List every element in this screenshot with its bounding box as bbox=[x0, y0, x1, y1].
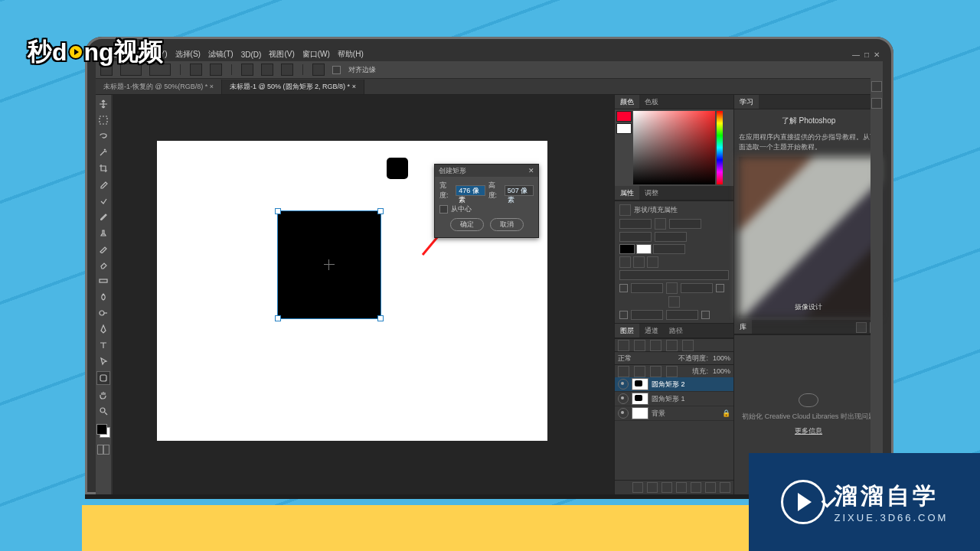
eraser-tool-icon[interactable] bbox=[97, 259, 109, 271]
marquee-tool-icon[interactable] bbox=[97, 114, 109, 126]
lock-icon[interactable] bbox=[650, 366, 662, 377]
lock-icon[interactable] bbox=[634, 366, 645, 377]
lock-icon[interactable] bbox=[666, 366, 678, 377]
width-field[interactable] bbox=[619, 219, 652, 229]
layer-row[interactable]: 圆角矩形 2 bbox=[615, 377, 733, 392]
visibility-toggle-icon[interactable] bbox=[618, 379, 629, 390]
canvas[interactable]: 创建矩形 ✕ 宽度: 476 像素 高度: 507 像素 从中心 bbox=[157, 141, 547, 441]
menu-item[interactable]: 帮助(H) bbox=[338, 49, 364, 60]
close-icon[interactable]: ✕ bbox=[874, 51, 880, 59]
tab-libraries[interactable]: 库 bbox=[734, 320, 752, 334]
group-icon[interactable] bbox=[691, 482, 701, 493]
fx-icon[interactable] bbox=[647, 482, 658, 493]
adjustment-icon[interactable] bbox=[676, 482, 687, 493]
layer-row[interactable]: 圆角矩形 1 bbox=[615, 392, 733, 406]
color-picker[interactable] bbox=[615, 109, 733, 186]
path-combine-icon[interactable] bbox=[241, 64, 253, 76]
close-icon[interactable]: ✕ bbox=[528, 167, 534, 174]
opt-icon[interactable] bbox=[190, 64, 202, 76]
tab-paths[interactable]: 路径 bbox=[664, 324, 688, 337]
hand-tool-icon[interactable] bbox=[97, 389, 109, 401]
brush-tool-icon[interactable] bbox=[97, 210, 109, 223]
document-tab[interactable]: 未标题-1 @ 50% (圆角矩形 2, RGB/8) * × bbox=[222, 80, 364, 94]
cc-more-info-link[interactable]: 更多信息 bbox=[795, 426, 822, 436]
move-tool-icon[interactable] bbox=[97, 98, 109, 110]
layer-thumbnail[interactable] bbox=[632, 407, 648, 419]
tab-color[interactable]: 颜色 bbox=[615, 95, 639, 109]
ok-button[interactable]: 确定 bbox=[450, 218, 484, 231]
panel-collapse-icon[interactable] bbox=[871, 98, 882, 109]
canvas-area[interactable]: 创建矩形 ✕ 宽度: 476 像素 高度: 507 像素 从中心 bbox=[113, 95, 615, 494]
layer-thumbnail[interactable] bbox=[632, 393, 648, 405]
height-field[interactable] bbox=[669, 219, 701, 229]
visibility-toggle-icon[interactable] bbox=[618, 393, 629, 404]
radius-link-checkbox[interactable] bbox=[701, 311, 710, 319]
minimize-icon[interactable]: — bbox=[852, 51, 860, 59]
align-edges-checkbox[interactable] bbox=[332, 66, 341, 74]
stroke-width[interactable] bbox=[653, 244, 685, 254]
radius-link-checkbox[interactable] bbox=[619, 311, 628, 319]
radius-tr[interactable] bbox=[681, 283, 713, 293]
layer-thumbnail[interactable] bbox=[632, 378, 648, 390]
shape-tool-icon[interactable] bbox=[96, 371, 110, 385]
transform-handle[interactable] bbox=[377, 208, 384, 214]
mask-icon[interactable] bbox=[662, 482, 672, 493]
radius-link-checkbox[interactable] bbox=[619, 284, 628, 292]
link-icon[interactable] bbox=[666, 282, 678, 294]
rounded-rect-shape-2[interactable] bbox=[278, 211, 381, 318]
filter-icon[interactable] bbox=[634, 340, 645, 351]
wand-tool-icon[interactable] bbox=[97, 146, 109, 158]
y-field[interactable] bbox=[655, 232, 687, 242]
tab-swatches[interactable]: 色板 bbox=[639, 95, 664, 109]
tab-adjustments[interactable]: 调整 bbox=[639, 186, 664, 200]
blend-mode-dropdown[interactable]: 正常 bbox=[618, 354, 632, 364]
foreground-swatch[interactable] bbox=[616, 111, 632, 122]
fg-bg-color-picker[interactable] bbox=[96, 424, 110, 438]
transform-handle[interactable] bbox=[377, 315, 384, 321]
fill-value[interactable]: 100% bbox=[713, 367, 730, 375]
layer-row[interactable]: 背景 🔒 bbox=[615, 406, 733, 421]
tab-layers[interactable]: 图层 bbox=[615, 324, 639, 337]
close-tab-icon[interactable]: × bbox=[352, 83, 356, 90]
hue-slider[interactable] bbox=[717, 111, 723, 184]
heal-tool-icon[interactable] bbox=[97, 194, 109, 207]
radius-br[interactable] bbox=[666, 310, 698, 320]
menu-item[interactable]: 选择(S) bbox=[175, 49, 201, 60]
link-icon[interactable] bbox=[655, 218, 666, 230]
color-field[interactable] bbox=[633, 111, 715, 184]
opacity-value[interactable]: 100% bbox=[713, 354, 730, 362]
visibility-toggle-icon[interactable] bbox=[618, 408, 629, 419]
maximize-icon[interactable]: □ bbox=[864, 51, 869, 59]
menu-item[interactable]: 窗口(W) bbox=[302, 49, 330, 60]
from-center-checkbox[interactable] bbox=[439, 205, 448, 214]
pen-tool-icon[interactable] bbox=[97, 323, 109, 335]
filter-type-icon[interactable] bbox=[618, 340, 629, 351]
lock-icon[interactable] bbox=[618, 366, 629, 377]
layer-name[interactable]: 背景 bbox=[652, 409, 665, 419]
zoom-tool-icon[interactable] bbox=[97, 405, 109, 417]
learn-tutorial-thumb[interactable]: 摄像设计 bbox=[739, 157, 878, 317]
height-input[interactable]: 507 像素 bbox=[505, 185, 534, 196]
trash-icon[interactable] bbox=[720, 482, 730, 493]
gradient-tool-icon[interactable] bbox=[97, 275, 109, 287]
filter-icon[interactable] bbox=[682, 340, 694, 351]
width-input[interactable]: 476 像素 bbox=[456, 185, 485, 196]
type-tool-icon[interactable] bbox=[97, 339, 109, 351]
radius-bl[interactable] bbox=[631, 310, 663, 320]
stroke-cap-icon[interactable] bbox=[633, 256, 645, 268]
history-brush-icon[interactable] bbox=[97, 243, 109, 255]
layer-name[interactable]: 圆角矩形 2 bbox=[652, 380, 685, 390]
menu-item[interactable]: 视图(V) bbox=[269, 49, 294, 60]
gear-icon[interactable] bbox=[312, 64, 325, 76]
edit-mode-toggle[interactable] bbox=[97, 445, 109, 455]
stamp-tool-icon[interactable] bbox=[97, 227, 109, 239]
cancel-button[interactable]: 取消 bbox=[490, 218, 524, 231]
lasso-tool-icon[interactable] bbox=[97, 130, 109, 142]
layer-name[interactable]: 圆角矩形 1 bbox=[652, 394, 685, 404]
blur-tool-icon[interactable] bbox=[97, 291, 109, 303]
background-swatch[interactable] bbox=[616, 123, 632, 134]
tab-channels[interactable]: 通道 bbox=[639, 324, 664, 337]
x-field[interactable] bbox=[619, 232, 652, 242]
new-layer-icon[interactable] bbox=[705, 482, 716, 493]
eyedropper-tool-icon[interactable] bbox=[97, 178, 109, 191]
